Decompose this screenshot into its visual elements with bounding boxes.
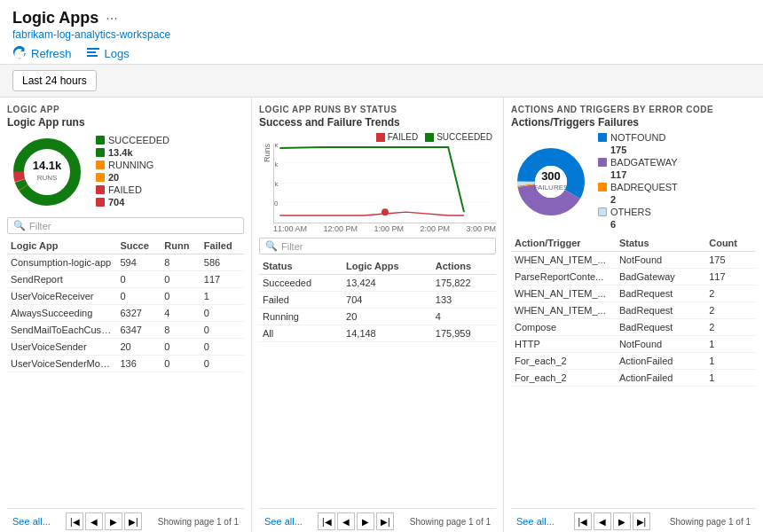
mid-see-all[interactable]: See all...	[264, 516, 303, 527]
pag-next[interactable]: ▶	[105, 512, 122, 530]
logs-icon	[86, 46, 100, 60]
col-logic-app: Logic App	[7, 238, 116, 254]
table-cell: 8	[161, 322, 201, 339]
right-pag-first[interactable]: |◀	[574, 512, 592, 530]
col-logic-apps: Logic Apps	[342, 258, 432, 275]
svg-text:14.1k: 14.1k	[33, 159, 62, 172]
mid-filter-input[interactable]: 🔍 Filter	[259, 238, 496, 254]
left-pag-buttons: |◀ ◀ ▶ ▶|	[66, 512, 142, 530]
table-cell: WHEN_AN_ITEM_...	[511, 286, 616, 302]
donut-chart-area: 14.1k RUNS SUCCEEDED 13.4k RUNNING 20 FA…	[7, 132, 244, 212]
table-cell: 0	[201, 305, 244, 322]
succeeded-badge: SUCCEEDED	[437, 132, 492, 142]
col-status: Status	[259, 258, 342, 275]
left-filter-input[interactable]: 🔍 Filter	[7, 217, 244, 234]
table-cell: 1	[201, 288, 244, 305]
table-cell: ActionFailed	[616, 353, 705, 370]
col-count: Count	[705, 235, 756, 252]
table-cell: UserVoiceSenderModifier	[7, 356, 116, 372]
table-row: Consumption-logic-app5948586	[7, 254, 244, 271]
table-row: UserVoiceReceiver001	[7, 288, 244, 305]
pag-last[interactable]: ▶|	[124, 512, 142, 530]
left-chart-title: Logic App runs	[7, 116, 244, 129]
table-cell: All	[259, 325, 342, 342]
svg-text:1k: 1k	[273, 180, 278, 188]
table-cell: Compose	[511, 319, 616, 336]
table-cell: 175,959	[432, 325, 496, 342]
table-cell: 117	[705, 269, 756, 286]
table-cell: 6347	[116, 322, 161, 339]
logic-app-table: Logic App Succe Runn Failed Consumption-…	[7, 238, 244, 372]
table-row: SendReport00117	[7, 271, 244, 288]
table-cell: Failed	[259, 292, 342, 309]
table-row: For_each_2ActionFailed1	[511, 370, 756, 387]
logic-app-panel: LOGIC APP Logic App runs 14.1k RUNS SU	[0, 98, 252, 532]
right-pag-next[interactable]: ▶	[613, 512, 631, 530]
table-cell: SendReport	[7, 271, 116, 288]
col-runn: Runn	[161, 238, 201, 254]
svg-rect-0	[87, 48, 99, 50]
table-cell: 1	[705, 353, 756, 370]
error-code-panel: ACTIONS AND TRIGGERS BY ERROR CODE Actio…	[504, 98, 763, 532]
table-row: AlwaysSucceeding632740	[7, 305, 244, 322]
x-labels: 11:00 AM12:00 PM1:00 PM2:00 PM3:00 PM	[273, 223, 496, 234]
status-table: Status Logic Apps Actions Succeeded13,42…	[259, 258, 496, 342]
y-axis-label: Runs	[263, 144, 271, 162]
right-pag-last[interactable]: ▶|	[633, 512, 650, 530]
table-cell: 6327	[116, 305, 161, 322]
toolbar: Refresh Logs	[12, 46, 751, 60]
table-cell: 0	[161, 271, 201, 288]
table-cell: NotFound	[616, 252, 705, 269]
col-actions: Actions	[432, 258, 496, 275]
table-cell: AlwaysSucceeding	[7, 305, 116, 322]
table-cell: 0	[116, 271, 161, 288]
left-section-title: LOGIC APP	[7, 105, 244, 114]
logs-button[interactable]: Logs	[86, 46, 130, 60]
table-cell: ParseReportConte...	[511, 269, 616, 286]
pag-first[interactable]: |◀	[66, 512, 83, 530]
refresh-button[interactable]: Refresh	[12, 46, 72, 60]
table-row: UserVoiceSenderModifier13600	[7, 356, 244, 372]
table-row: For_each_2ActionFailed1	[511, 353, 756, 370]
time-range-button[interactable]: Last 24 hours	[12, 70, 97, 91]
pag-prev[interactable]: ◀	[85, 512, 103, 530]
svg-rect-1	[87, 51, 96, 53]
right-see-all[interactable]: See all...	[516, 516, 555, 527]
table-cell: 175,822	[432, 275, 496, 292]
mid-search-icon: 🔍	[265, 240, 278, 252]
table-cell: BadGateway	[616, 269, 705, 286]
table-cell: 0	[201, 356, 244, 372]
filter-bar: Last 24 hours	[0, 65, 763, 98]
table-cell: 0	[116, 288, 161, 305]
table-cell: SendMailToEachCustomer	[7, 322, 116, 339]
filter-placeholder: Filter	[29, 221, 51, 231]
table-row: ParseReportConte...BadGateway117	[511, 269, 756, 286]
table-row: SendMailToEachCustomer634780	[7, 322, 244, 339]
right-pag-prev[interactable]: ◀	[594, 512, 611, 530]
table-cell: BadRequest	[616, 319, 705, 336]
right-pag-buttons: |◀ ◀ ▶ ▶|	[574, 512, 650, 530]
right-section-title: ACTIONS AND TRIGGERS BY ERROR CODE	[511, 105, 756, 114]
table-cell: Running	[259, 309, 342, 325]
error-table: Action/Trigger Status Count WHEN_AN_ITEM…	[511, 235, 756, 387]
pie-legend: NOTFOUND 175 BADGATEWAY 117 BADREQUEST 2…	[598, 132, 678, 231]
table-cell: NotFound	[616, 336, 705, 353]
table-row: ComposeBadRequest2	[511, 319, 756, 336]
table-row: Running204	[259, 309, 496, 325]
table-cell: Succeeded	[259, 275, 342, 292]
mid-pag-last[interactable]: ▶|	[376, 512, 394, 530]
svg-point-17	[382, 208, 389, 215]
more-icon[interactable]: ···	[106, 11, 117, 27]
svg-text:500: 500	[273, 200, 279, 207]
table-cell: 704	[342, 292, 432, 309]
mid-pag-prev[interactable]: ◀	[337, 512, 355, 530]
mid-pag-next[interactable]: ▶	[357, 512, 374, 530]
mid-filter-placeholder: Filter	[281, 241, 303, 252]
left-see-all[interactable]: See all...	[12, 516, 51, 527]
table-cell: WHEN_AN_ITEM_...	[511, 252, 616, 269]
table-cell: 0	[161, 288, 201, 305]
svg-text:FAILURES: FAILURES	[534, 184, 569, 192]
pie-chart-area: 300 FAILURES NOTFOUND 175 BADGATEWAY 117…	[511, 132, 756, 231]
pie-chart: 300 FAILURES	[511, 142, 591, 222]
mid-pag-first[interactable]: |◀	[318, 512, 335, 530]
